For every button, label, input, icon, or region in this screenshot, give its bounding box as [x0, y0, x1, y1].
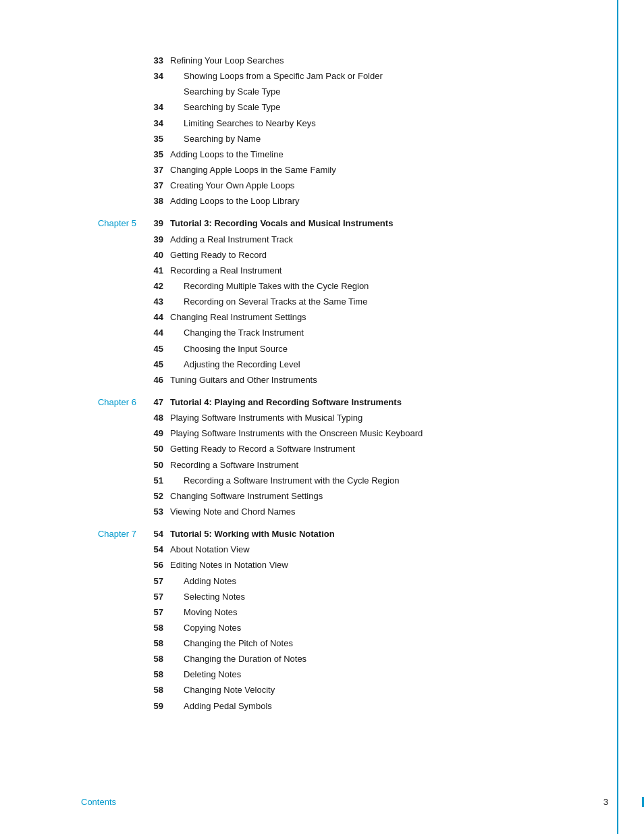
toc-entry-text: Copying Notes [170, 621, 554, 635]
chapter-label [81, 459, 149, 472]
chapter-label [81, 652, 149, 666]
page-number: 44 [149, 326, 170, 340]
page-number: 37 [149, 179, 170, 192]
chapter-label [81, 280, 149, 293]
toc-row: 41Recording a Real Instrument [81, 264, 554, 278]
page-number: 44 [149, 311, 170, 324]
toc-row: 57Selecting Notes [81, 590, 554, 604]
page: 33Refining Your Loop Searches 34Showing … [0, 0, 644, 834]
page-number: 53 [149, 505, 170, 519]
toc-row: 34Limiting Searches to Nearby Keys [81, 117, 554, 130]
toc-row: 33Refining Your Loop Searches [81, 54, 554, 68]
page-number: 51 [149, 474, 170, 488]
chapter-label [81, 148, 149, 161]
chapter-label [81, 233, 149, 246]
chapter-label [81, 163, 149, 177]
toc-entry-text: Choosing the Input Source [170, 342, 554, 356]
page-number: 45 [149, 342, 170, 356]
toc-row: 56Editing Notes in Notation View [81, 558, 554, 572]
chapter-label [81, 427, 149, 440]
toc-entry-text: Recording on Several Tracks at the Same … [170, 295, 554, 309]
toc-row: 57Adding Notes [81, 575, 554, 588]
toc-row: 34Showing Loops from a Specific Jam Pack… [81, 70, 554, 83]
toc-entry-text: Changing the Track Instrument [170, 326, 554, 340]
chapter-label [81, 411, 149, 425]
chapter-label [81, 606, 149, 619]
toc-entry-text: Changing Real Instrument Settings [170, 311, 554, 324]
toc-entry-text: Recording a Software Instrument with the… [170, 474, 554, 488]
page-number: 57 [149, 606, 170, 619]
toc-entry-text: Getting Ready to Record [170, 249, 554, 262]
chapter-label [81, 194, 149, 208]
toc-row: Chapter 647Tutorial 4: Playing and Recor… [81, 396, 554, 409]
chapter-label [81, 474, 149, 488]
chapter-label [81, 683, 149, 697]
chapter-label [81, 342, 149, 356]
toc-entry-text: Limiting Searches to Nearby Keys [170, 117, 554, 130]
page-number: 54 [149, 527, 170, 541]
toc-entry-text: Adding Loops to the Timeline [170, 148, 554, 161]
toc-row: 40Getting Ready to Record [81, 249, 554, 262]
footer-label: Contents [81, 797, 116, 807]
chapter-label [81, 85, 149, 99]
chapter-label [81, 700, 149, 713]
chapter-label: Chapter 6 [81, 396, 149, 409]
page-number: 56 [149, 558, 170, 572]
page-number: 58 [149, 637, 170, 650]
chapter-label [81, 543, 149, 556]
toc-entry-text: Tutorial 4: Playing and Recording Softwa… [170, 396, 554, 409]
toc-row: Chapter 754Tutorial 5: Working with Musi… [81, 527, 554, 541]
toc-entry-text: Playing Software Instruments with the On… [170, 427, 554, 440]
spacer [81, 521, 554, 527]
chapter-label [81, 311, 149, 324]
page-number: 45 [149, 358, 170, 371]
toc-entry-text: Searching by Scale Type [170, 101, 554, 114]
chapter-label [81, 54, 149, 68]
toc-entry-text: Adding a Real Instrument Track [170, 233, 554, 246]
toc-row: 49Playing Software Instruments with the … [81, 427, 554, 440]
toc-table: 33Refining Your Loop Searches 34Showing … [81, 54, 554, 713]
toc-entry-text: Searching by Scale Type [170, 85, 554, 99]
page-number: 42 [149, 280, 170, 293]
toc-entry-text: Editing Notes in Notation View [170, 558, 554, 572]
page-number: 59 [149, 700, 170, 713]
footer-page-number: 3 [603, 797, 608, 807]
toc-row: Searching by Scale Type [81, 85, 554, 99]
toc-row: 54About Notation View [81, 543, 554, 556]
page-number: 38 [149, 194, 170, 208]
toc-row: 37Creating Your Own Apple Loops [81, 179, 554, 192]
chapter-label [81, 249, 149, 262]
chapter-label [81, 621, 149, 635]
spacer [81, 210, 554, 217]
page-number: 57 [149, 575, 170, 588]
toc-row: 35Adding Loops to the Timeline [81, 148, 554, 161]
toc-row: 35Searching by Name [81, 132, 554, 146]
page-number: 58 [149, 683, 170, 697]
toc-entry-text: Recording Multiple Takes with the Cycle … [170, 280, 554, 293]
chapter-label [81, 490, 149, 503]
toc-row: 50Recording a Software Instrument [81, 459, 554, 472]
page-number: 43 [149, 295, 170, 309]
chapter-label [81, 358, 149, 371]
chapter-label [81, 132, 149, 146]
page-number: 47 [149, 396, 170, 409]
toc-row: 43Recording on Several Tracks at the Sam… [81, 295, 554, 309]
toc-row: 46Tuning Guitars and Other Instruments [81, 373, 554, 387]
chapter-label [81, 179, 149, 192]
chapter-label [81, 505, 149, 519]
toc-row: 38Adding Loops to the Loop Library [81, 194, 554, 208]
toc-row: 45Choosing the Input Source [81, 342, 554, 356]
chapter-label [81, 117, 149, 130]
toc-row: 51Recording a Software Instrument with t… [81, 474, 554, 488]
page-number: 57 [149, 590, 170, 604]
page-number: 58 [149, 621, 170, 635]
chapter-label [81, 575, 149, 588]
chapter-label [81, 70, 149, 83]
toc-entry-text: About Notation View [170, 543, 554, 556]
toc-entry-text: Recording a Real Instrument [170, 264, 554, 278]
toc-entry-text: Getting Ready to Record a Software Instr… [170, 442, 554, 456]
toc-row: 58Changing the Duration of Notes [81, 652, 554, 666]
toc-row: 52Changing Software Instrument Settings [81, 490, 554, 503]
toc-entry-text: Searching by Name [170, 132, 554, 146]
chapter-label [81, 590, 149, 604]
